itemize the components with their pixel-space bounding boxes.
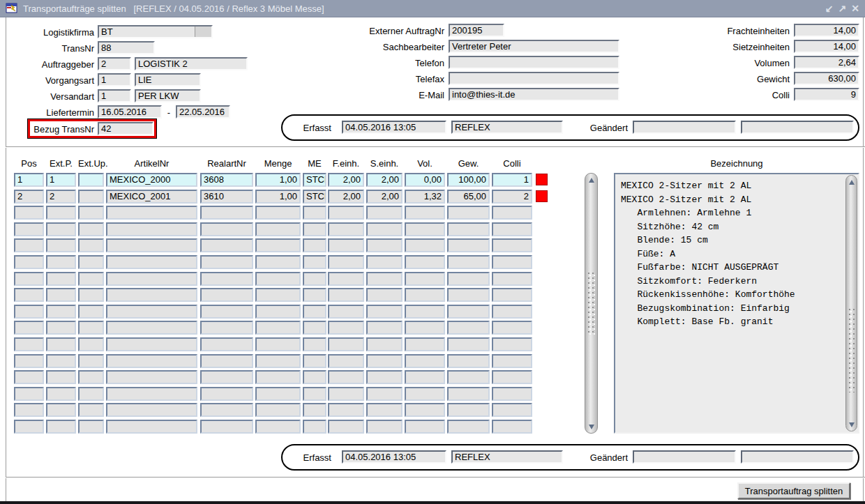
grid-cell-empty[interactable] (46, 272, 76, 286)
scroll-up-icon[interactable] (585, 175, 597, 185)
bezeichnung-scrollbar[interactable] (845, 175, 857, 432)
grid-cell-empty[interactable] (328, 354, 364, 368)
grid-cell-empty[interactable] (46, 387, 76, 401)
dropdown-arrow-icon[interactable] (195, 26, 211, 37)
grid-cell-empty[interactable] (492, 272, 532, 286)
grid-cell-empty[interactable] (106, 321, 197, 335)
grid-cell-empty[interactable] (255, 337, 301, 351)
scroll-up-icon[interactable] (846, 177, 857, 187)
grid-cell-empty[interactable] (366, 255, 403, 269)
grid-cell-empty[interactable] (328, 206, 364, 220)
grid-cell[interactable]: 65,00 (447, 190, 490, 204)
grid-cell-empty[interactable] (405, 305, 445, 319)
grid-cell-empty[interactable] (78, 288, 104, 302)
grid-cell-empty[interactable] (328, 272, 364, 286)
grid-cell-empty[interactable] (303, 321, 326, 335)
sietzeinheiten-field[interactable]: 14,00 (794, 40, 859, 53)
sachbearbeiter-field[interactable]: Vertreter Peter (449, 40, 619, 53)
grid-cell-empty[interactable] (106, 255, 197, 269)
grid-cell-empty[interactable] (255, 420, 301, 434)
grid-cell-empty[interactable] (303, 420, 326, 434)
bezug-transnr-field[interactable]: 42 (98, 122, 153, 135)
grid-cell-empty[interactable] (366, 238, 403, 252)
email-field[interactable]: into@thies-it.de (449, 88, 619, 101)
grid-cell-empty[interactable] (303, 272, 326, 286)
grid-cell-empty[interactable] (200, 305, 253, 319)
grid-cell-empty[interactable] (200, 288, 253, 302)
grid-cell-empty[interactable] (255, 206, 301, 220)
grid-cell-empty[interactable] (14, 387, 44, 401)
grid-cell-empty[interactable] (200, 354, 253, 368)
split-transport-order-button[interactable]: Transportauftrag splitten (737, 482, 850, 499)
grid-cell-empty[interactable] (405, 354, 445, 368)
grid-cell[interactable]: STCK (303, 173, 326, 187)
grid-cell-empty[interactable] (46, 370, 76, 384)
grid-cell-empty[interactable] (328, 305, 364, 319)
grid-cell[interactable] (78, 173, 104, 187)
grid-scrollbar[interactable] (585, 173, 598, 434)
grid-cell-empty[interactable] (447, 222, 490, 236)
grid-cell-empty[interactable] (328, 321, 364, 335)
grid-cell-empty[interactable] (78, 238, 104, 252)
grid-cell-empty[interactable] (78, 255, 104, 269)
grid-cell-empty[interactable] (106, 288, 197, 302)
grid-cell-empty[interactable] (106, 420, 197, 434)
grid-cell-empty[interactable] (303, 403, 326, 417)
grid-cell-empty[interactable] (200, 272, 253, 286)
close-icon[interactable]: ✕ (851, 1, 859, 16)
telefon-field[interactable] (449, 56, 619, 69)
auftraggeber-code-field[interactable]: 2 (98, 57, 131, 70)
grid-cell-empty[interactable] (405, 238, 445, 252)
grid-cell-empty[interactable] (200, 206, 253, 220)
grid-cell-empty[interactable] (492, 387, 532, 401)
liefertermin-from-field[interactable]: 16.05.2016 (98, 105, 162, 119)
grid-cell-empty[interactable] (366, 206, 403, 220)
grid-cell-empty[interactable] (255, 272, 301, 286)
grid-cell-empty[interactable] (14, 238, 44, 252)
grid-cell-empty[interactable] (303, 222, 326, 236)
grid-cell-empty[interactable] (405, 337, 445, 351)
grid-cell-empty[interactable] (106, 305, 197, 319)
grid-cell-empty[interactable] (447, 255, 490, 269)
grid-cell[interactable] (78, 190, 104, 204)
scrollbar-thumb[interactable] (848, 308, 855, 392)
grid-cell-empty[interactable] (447, 370, 490, 384)
grid-cell-empty[interactable] (14, 288, 44, 302)
transnr-field[interactable]: 88 (98, 41, 155, 54)
grid-cell-empty[interactable] (447, 337, 490, 351)
minimize-icon[interactable]: ↙ (825, 1, 834, 16)
colli-field[interactable]: 9 (794, 88, 859, 101)
logistikfirma-field[interactable]: BT (98, 25, 213, 38)
grid-cell-empty[interactable] (405, 403, 445, 417)
grid-cell-empty[interactable] (366, 305, 403, 319)
grid-cell-empty[interactable] (46, 354, 76, 368)
grid-cell-empty[interactable] (200, 420, 253, 434)
versandart-code-field[interactable]: 1 (98, 89, 131, 102)
grid-cell-empty[interactable] (14, 255, 44, 269)
grid-cell-empty[interactable] (78, 354, 104, 368)
grid-cell-empty[interactable] (78, 206, 104, 220)
grid-cell-empty[interactable] (78, 370, 104, 384)
grid-cell-empty[interactable] (405, 387, 445, 401)
grid-cell-empty[interactable] (255, 222, 301, 236)
grid-cell-empty[interactable] (106, 370, 197, 384)
grid-cell[interactable]: 1 (492, 173, 532, 187)
grid-cell-empty[interactable] (303, 255, 326, 269)
grid-cell-empty[interactable] (328, 370, 364, 384)
grid-cell-empty[interactable] (46, 206, 76, 220)
grid-cell[interactable]: STCK (303, 190, 326, 204)
grid-cell-empty[interactable] (366, 337, 403, 351)
grid-cell-empty[interactable] (255, 305, 301, 319)
grid-cell[interactable]: 1 (46, 173, 76, 187)
grid-cell-empty[interactable] (328, 387, 364, 401)
geaendert-user-field[interactable] (741, 450, 854, 464)
grid-cell[interactable]: 3608 (200, 173, 253, 187)
vorgangsart-text-field[interactable]: LIE (135, 73, 201, 86)
telefax-field[interactable] (449, 72, 619, 85)
grid-cell-empty[interactable] (492, 255, 532, 269)
grid-cell-empty[interactable] (405, 222, 445, 236)
grid-cell-empty[interactable] (405, 321, 445, 335)
grid-cell-empty[interactable] (46, 403, 76, 417)
grid-cell-empty[interactable] (492, 420, 532, 434)
grid-cell-empty[interactable] (447, 354, 490, 368)
